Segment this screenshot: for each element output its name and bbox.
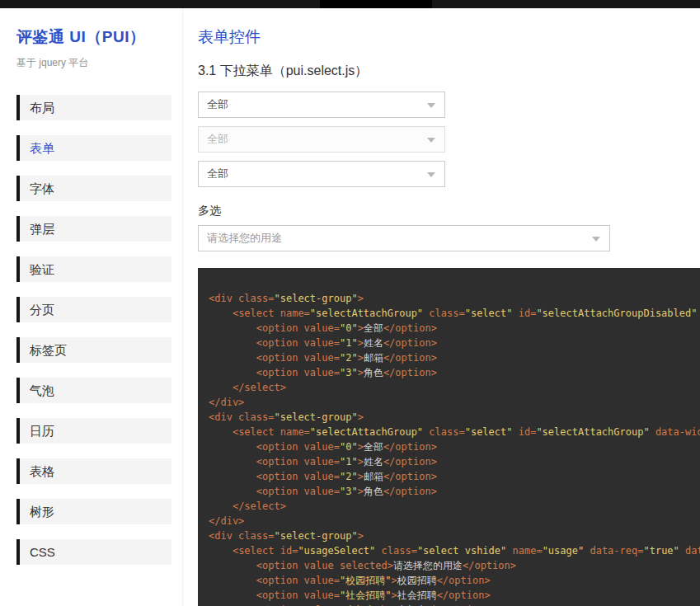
top-bar (0, 0, 700, 8)
code-line: <div class="select-group"> (209, 528, 700, 543)
code-block: <div class="select-group"> <select name=… (198, 268, 700, 606)
chevron-down-icon (427, 103, 435, 108)
sidebar-item-bubble[interactable]: 气泡 (16, 378, 171, 403)
sidebar-item-form[interactable]: 表单 (16, 135, 171, 161)
sidebar-item-validation[interactable]: 验证 (16, 256, 171, 282)
app-subtitle: 基于 jquery 平台 (16, 56, 171, 70)
sidebar-item-label: 表单 (30, 141, 54, 155)
sidebar-item-label: 日历 (30, 424, 54, 438)
sidebar-item-tree[interactable]: 树形 (16, 499, 171, 524)
code-line: <div class="select-group"> (209, 291, 700, 306)
sidebar-item-label: 字体 (30, 181, 54, 195)
page-title: 表单控件 (198, 26, 700, 48)
chevron-down-icon (427, 172, 435, 177)
code-line: </div> (209, 514, 700, 528)
sidebar-item-layer[interactable]: 弹层 (16, 216, 171, 242)
sidebar-item-label: 分页 (30, 303, 54, 317)
sidebar-item-label: 树形 (30, 505, 54, 519)
multi-select-dropdown[interactable]: 请选择您的用途 (198, 225, 610, 251)
sidebar-item-label: 标签页 (30, 343, 67, 357)
code-line: <option value="0">全部</option> (209, 321, 700, 336)
main-content: 表单控件 3.1 下拉菜单（pui.select.js） 全部 全部 全部 多选 (183, 8, 700, 606)
sidebar-item-label: CSS (30, 545, 55, 559)
multi-select-label: 多选 (198, 204, 700, 218)
select-value: 全部 (199, 162, 444, 186)
sidebar-item-calendar[interactable]: 日历 (16, 418, 171, 444)
section-title: 3.1 下拉菜单（pui.select.js） (198, 63, 700, 80)
code-line: <option value selected>请选择您的用途</option> (209, 558, 700, 573)
code-line: <option value="校园招聘">校园招聘</option> (209, 573, 700, 588)
code-line: <select id="usageSelect" class="select v… (209, 543, 700, 558)
sidebar-item-label: 布局 (30, 101, 54, 115)
top-bar-segment (320, 0, 432, 8)
code-line: <option value="社会招聘">社会招聘</option> (209, 588, 700, 603)
sidebar-item-typography[interactable]: 字体 (16, 176, 171, 201)
code-line: </div> (209, 395, 700, 410)
chevron-down-icon (592, 237, 600, 242)
code-line: <option value="2">邮箱</option> (209, 469, 700, 484)
sidebar-item-label: 弹层 (30, 222, 54, 236)
code-line: <option value="中部竞聘">中部竞聘</option> (209, 603, 700, 606)
sidebar-item-css[interactable]: CSS (16, 539, 171, 565)
code-line: <option value="3">角色</option> (209, 484, 700, 499)
code-line: <option value="3">角色</option> (209, 365, 700, 380)
sidebar-item-label: 气泡 (30, 383, 54, 397)
sidebar-item-layout[interactable]: 布局 (16, 95, 171, 120)
app-title: 评鉴通 UI（PUI） (16, 26, 171, 48)
code-line: <option value="1">姓名</option> (209, 454, 700, 469)
code-line: </select> (209, 499, 700, 514)
sidebar-menu: 布局表单字体弹层验证分页标签页气泡日历表格树形CSS (16, 95, 171, 565)
code-line: <div class="select-group"> (209, 410, 700, 425)
code-line: <select name="selectAttachGroup" class="… (209, 306, 700, 321)
code-line: <select name="selectAttachGroup" class="… (209, 425, 700, 439)
select-dropdown-3[interactable]: 全部 (198, 161, 445, 187)
multi-select-placeholder: 请选择您的用途 (199, 226, 609, 251)
layout: 评鉴通 UI（PUI） 基于 jquery 平台 布局表单字体弹层验证分页标签页… (0, 8, 700, 606)
sidebar-item-pagination[interactable]: 分页 (16, 297, 171, 322)
select-value: 全部 (199, 127, 444, 152)
page: 评鉴通 UI（PUI） 基于 jquery 平台 布局表单字体弹层验证分页标签页… (0, 0, 700, 606)
sidebar-item-tabs[interactable]: 标签页 (16, 337, 171, 363)
select-dropdown-2[interactable]: 全部 (198, 126, 445, 153)
code-line: <option value="2">邮箱</option> (209, 350, 700, 365)
sidebar: 评鉴通 UI（PUI） 基于 jquery 平台 布局表单字体弹层验证分页标签页… (0, 8, 183, 606)
code-line: </select> (209, 380, 700, 395)
code-line: <option value="1">姓名</option> (209, 336, 700, 350)
sidebar-item-table[interactable]: 表格 (16, 458, 171, 484)
chevron-down-icon (427, 138, 435, 143)
sidebar-item-label: 验证 (30, 262, 54, 276)
select-examples: 全部 全部 全部 (198, 92, 700, 187)
code-line: <option value="0">全部</option> (209, 439, 700, 454)
select-value: 全部 (199, 92, 444, 117)
select-dropdown-1[interactable]: 全部 (198, 92, 445, 118)
sidebar-item-label: 表格 (30, 464, 54, 478)
